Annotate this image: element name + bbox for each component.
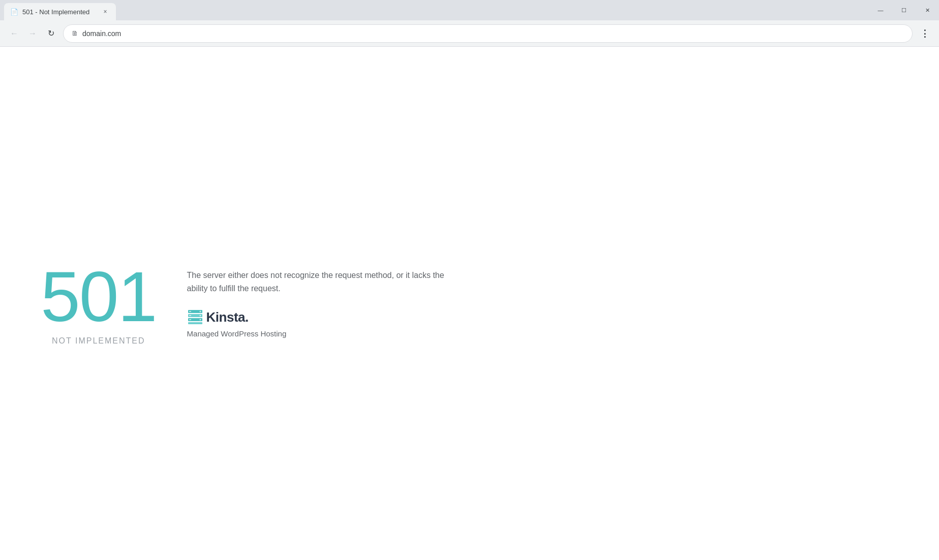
close-button[interactable]: ✕ bbox=[916, 0, 939, 20]
address-text: domain.com bbox=[82, 29, 904, 38]
maximize-button[interactable]: ☐ bbox=[892, 0, 916, 20]
window-controls: — ☐ ✕ bbox=[869, 0, 939, 20]
kinsta-name: Kinsta. bbox=[206, 309, 249, 325]
active-tab[interactable]: 📄 501 - Not Implemented × bbox=[4, 3, 116, 20]
svg-rect-4 bbox=[189, 311, 191, 312]
tab-bar: 📄 501 - Not Implemented × — ☐ ✕ bbox=[0, 0, 939, 20]
error-details: The server either does not recognize the… bbox=[187, 269, 451, 338]
page-content: 501 NOT IMPLEMENTED The server either do… bbox=[0, 47, 939, 560]
kinsta-brand: Kinsta. bbox=[187, 309, 451, 325]
back-button[interactable]: ← bbox=[6, 25, 22, 42]
error-description: The server either does not recognize the… bbox=[187, 269, 451, 295]
svg-point-7 bbox=[199, 311, 201, 313]
navigation-bar: ← → ↻ 🗎 domain.com ⋮ bbox=[0, 20, 939, 47]
svg-rect-3 bbox=[188, 322, 202, 324]
svg-rect-5 bbox=[189, 315, 191, 316]
kinsta-tagline: Managed WordPress Hosting bbox=[187, 329, 451, 338]
back-icon: ← bbox=[10, 29, 18, 38]
chrome-menu-button[interactable]: ⋮ bbox=[917, 25, 933, 42]
chrome-window: 📄 501 - Not Implemented × — ☐ ✕ ← → ↻ 🗎 … bbox=[0, 0, 939, 560]
error-code: 501 bbox=[41, 261, 157, 332]
svg-point-9 bbox=[199, 319, 201, 321]
reload-button[interactable]: ↻ bbox=[43, 25, 59, 42]
kinsta-logo-icon bbox=[187, 309, 203, 325]
minimize-button[interactable]: — bbox=[869, 0, 892, 20]
new-tab-button[interactable] bbox=[118, 3, 135, 20]
svg-rect-6 bbox=[189, 319, 191, 320]
tab-close-button[interactable]: × bbox=[101, 7, 110, 16]
tab-title: 501 - Not Implemented bbox=[22, 8, 97, 16]
error-container: 501 NOT IMPLEMENTED The server either do… bbox=[41, 261, 451, 346]
tab-page-icon: 📄 bbox=[10, 8, 18, 16]
forward-icon: → bbox=[28, 29, 37, 38]
address-bar[interactable]: 🗎 domain.com bbox=[63, 24, 913, 43]
page-info-icon: 🗎 bbox=[72, 29, 78, 37]
svg-point-8 bbox=[199, 315, 201, 317]
error-label: NOT IMPLEMENTED bbox=[41, 336, 157, 346]
reload-icon: ↻ bbox=[48, 28, 54, 38]
error-code-section: 501 NOT IMPLEMENTED bbox=[41, 261, 157, 346]
forward-button[interactable]: → bbox=[24, 25, 41, 42]
